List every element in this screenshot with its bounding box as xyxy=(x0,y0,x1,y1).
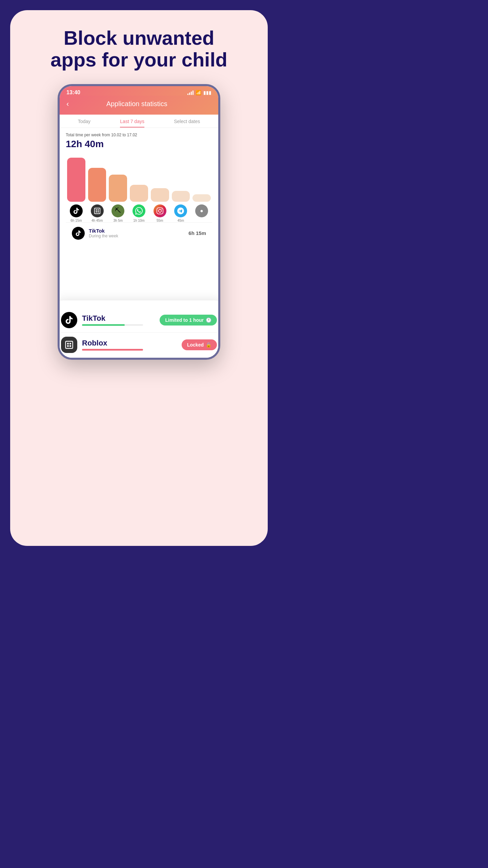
status-icons: 📶 ▮▮▮ xyxy=(187,90,211,95)
badge-roblox[interactable]: Locked 🔒 xyxy=(182,339,217,350)
progress-tiktok-fill xyxy=(82,324,125,326)
bar-icon-col-2: 4h 45m xyxy=(88,204,106,222)
float-name-roblox: Roblox xyxy=(82,339,177,348)
app-icon-whatsapp xyxy=(133,204,145,217)
bar-other xyxy=(192,194,211,202)
bar-label-instagram: 55m xyxy=(157,219,163,222)
list-icon-tiktok xyxy=(72,227,85,240)
period-label: Total time per week from 10.02 to 17.02 xyxy=(66,133,212,137)
bar-icon-col-7: ● xyxy=(192,204,211,222)
float-text-roblox: Roblox xyxy=(82,339,177,351)
bar-roblox xyxy=(88,168,106,202)
phone-screen: 13:40 📶 ▮▮▮ ‹ Application statistics xyxy=(58,84,220,360)
bar-col-6 xyxy=(172,191,190,202)
status-bar: 13:40 📶 ▮▮▮ xyxy=(60,86,218,96)
bar-icon-col-3: ⛏ 3h 5m xyxy=(109,204,127,222)
bar-col-7 xyxy=(192,194,211,202)
bar-telegram xyxy=(172,191,190,202)
tab-select-dates[interactable]: Select dates xyxy=(174,119,200,127)
svg-rect-9 xyxy=(69,345,71,347)
bar-instagram xyxy=(151,188,169,202)
clock-icon: 🕐 xyxy=(206,317,211,323)
list-time-tiktok: 6h 15m xyxy=(188,230,206,236)
svg-rect-2 xyxy=(97,209,99,211)
bar-col-1 xyxy=(67,158,85,202)
bar-whatsapp xyxy=(130,185,148,202)
svg-rect-7 xyxy=(69,343,71,344)
tab-last7days[interactable]: Last 7 days xyxy=(120,119,144,127)
tab-bar: Today Last 7 days Select dates xyxy=(60,115,218,128)
app-icon-minecraft: ⛏ xyxy=(111,204,124,217)
float-name-tiktok: TikTok xyxy=(82,314,155,323)
bar-label-whatsapp: 1h 10m xyxy=(133,219,144,222)
bar-icons-row: 6h 15m 4h 45m ⛏ 3h 5m xyxy=(66,204,212,222)
svg-rect-4 xyxy=(97,211,99,213)
wifi-icon: 📶 xyxy=(196,90,201,95)
app-icon-telegram xyxy=(174,204,187,217)
floating-card: TikTok Limited to 1 hour 🕐 xyxy=(58,300,220,360)
bar-label-telegram: 45m xyxy=(178,219,184,222)
bar-col-5 xyxy=(151,188,169,202)
app-icon-instagram xyxy=(154,204,166,217)
svg-rect-0 xyxy=(94,208,100,214)
bar-icon-col-6: 45m xyxy=(172,204,190,222)
tab-today[interactable]: Today xyxy=(78,119,90,127)
phone-mockup: 13:40 📶 ▮▮▮ ‹ Application statistics xyxy=(58,84,220,536)
bar-tiktok xyxy=(67,158,85,202)
float-icon-tiktok xyxy=(61,312,77,328)
svg-rect-1 xyxy=(96,209,97,211)
bar-icon-col-4: 1h 10m xyxy=(130,204,148,222)
list-name-tiktok: TikTok xyxy=(89,228,184,234)
float-item-tiktok[interactable]: TikTok Limited to 1 hour 🕐 xyxy=(61,308,217,332)
svg-rect-3 xyxy=(96,211,97,213)
svg-rect-8 xyxy=(67,345,69,347)
list-sub-tiktok: During the week xyxy=(89,234,184,238)
bar-icon-col-1: 6h 15m xyxy=(67,204,85,222)
bar-col-3 xyxy=(109,175,127,202)
status-time: 13:40 xyxy=(66,90,80,96)
bar-label-roblox: 4h 45m xyxy=(92,219,103,222)
signal-icon xyxy=(187,90,194,95)
bar-icon-col-5: 55m xyxy=(151,204,169,222)
svg-rect-6 xyxy=(67,343,69,344)
back-button[interactable]: ‹ xyxy=(66,100,69,108)
app-icon-roblox xyxy=(91,204,104,217)
svg-rect-5 xyxy=(66,341,73,348)
float-item-roblox[interactable]: Roblox Locked 🔒 xyxy=(61,332,217,357)
bar-minecraft xyxy=(109,175,127,202)
progress-roblox-fill xyxy=(82,349,143,351)
bar-chart xyxy=(66,154,212,202)
float-text-tiktok: TikTok xyxy=(82,314,155,326)
float-icon-roblox xyxy=(61,337,77,353)
bar-label-minecraft: 3h 5m xyxy=(113,219,123,222)
lock-icon: 🔒 xyxy=(206,342,211,348)
headline: Block unwanted apps for your child xyxy=(50,27,227,71)
list-info-tiktok: TikTok During the week xyxy=(89,228,184,238)
bar-col-4 xyxy=(130,185,148,202)
list-item-tiktok[interactable]: TikTok During the week 6h 15m xyxy=(66,222,212,244)
battery-icon: ▮▮▮ xyxy=(203,90,211,95)
bar-label-tiktok: 6h 15m xyxy=(70,219,82,222)
progress-roblox-container xyxy=(82,349,143,351)
badge-tiktok[interactable]: Limited to 1 hour 🕐 xyxy=(160,315,217,326)
bar-col-2 xyxy=(88,168,106,202)
app-icon-other: ● xyxy=(195,204,208,217)
app-header: ‹ Application statistics xyxy=(60,96,218,115)
app-icon-tiktok xyxy=(70,204,83,217)
app-header-title: Application statistics xyxy=(72,100,201,108)
total-time: 12h 40m xyxy=(66,139,212,150)
progress-tiktok-container xyxy=(82,324,143,326)
stats-content: Total time per week from 10.02 to 17.02 … xyxy=(60,128,218,247)
outer-card: Block unwanted apps for your child 13:40… xyxy=(10,10,268,546)
